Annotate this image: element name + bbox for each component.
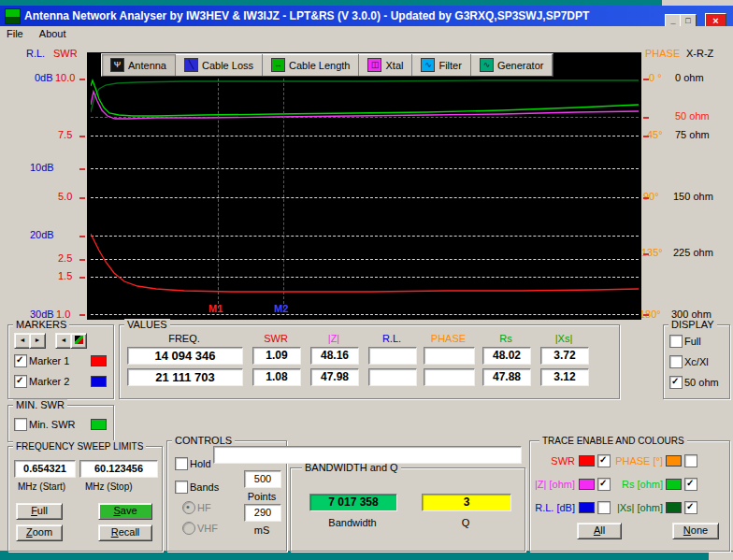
trace-phase-checkbox[interactable] [684, 454, 697, 467]
m1-rs-value[interactable]: 48.02 [482, 347, 531, 365]
axis-label: 45° [647, 129, 663, 140]
bands-checkbox[interactable] [175, 481, 188, 494]
col-header-rl: R.L. [368, 333, 415, 344]
axis-label: 135° [641, 247, 663, 258]
trace-swr-label: SWR [530, 455, 575, 467]
m1-label: M1 [208, 303, 223, 314]
zoom-button[interactable]: Zoom [16, 524, 63, 541]
menu-about[interactable]: About [33, 26, 73, 39]
display-full-label: Full [684, 336, 701, 347]
trace-rl-checkbox[interactable] [597, 501, 611, 514]
axis-tick [643, 79, 649, 80]
trace-xs-swatch[interactable] [666, 502, 682, 513]
marker-line-m1[interactable] [218, 79, 219, 309]
vhf-radio[interactable] [182, 522, 195, 535]
trace-swr-checkbox[interactable]: ✓ [597, 454, 611, 467]
display-xcxl-checkbox[interactable] [669, 355, 683, 368]
hf-radio[interactable]: • [182, 501, 195, 514]
m2-z-value[interactable]: 47.98 [310, 368, 359, 386]
stop-freq-field[interactable]: 60.123456 [79, 460, 158, 478]
tab-label: Cable Loss [202, 60, 253, 71]
save-button[interactable]: Save [98, 503, 152, 520]
m1-xs-value[interactable]: 3.72 [540, 347, 589, 365]
m2-freq-value[interactable]: 21 111 703 [127, 368, 243, 386]
full-sweep-button[interactable]: Full [16, 503, 63, 520]
desktop-strip-bottom [0, 551, 733, 560]
generator-icon: ∿ [480, 58, 494, 72]
tab-cable-loss[interactable]: ╲ Cable Loss [176, 54, 263, 76]
axis-label: 225 ohm [673, 247, 713, 258]
m1-z-value[interactable]: 48.16 [310, 347, 359, 365]
hold-checkbox[interactable] [175, 457, 188, 470]
trace-Z [91, 92, 639, 119]
display-50ohm-checkbox[interactable]: ✓ [669, 376, 683, 389]
axis-label: 150 ohm [673, 191, 713, 202]
axis-tick [79, 197, 85, 199]
ms-field[interactable]: 290 [244, 504, 281, 522]
m2-rs-value[interactable]: 47.88 [482, 368, 531, 386]
all-traces-button[interactable]: All [577, 523, 622, 539]
group-title: TRACE ENABLE AND COLOURS [539, 435, 687, 447]
marker2-label: Marker 2 [29, 376, 69, 387]
marker-next-button[interactable]: ► [29, 333, 46, 349]
marker1-checkbox[interactable]: ✓ [14, 354, 27, 367]
trace-swr-swatch[interactable] [579, 455, 595, 467]
m1-phase-value[interactable] [424, 347, 475, 365]
axis-label: 75 ohm [675, 129, 710, 140]
display-full-checkbox[interactable] [669, 335, 683, 348]
tab-generator[interactable]: ∿ Generator [471, 54, 553, 76]
min-swr-color-swatch[interactable] [91, 419, 107, 430]
rl-axis-title: R.L. [26, 48, 45, 59]
m1-freq-value[interactable]: 14 094 346 [127, 347, 243, 365]
m1-rl-value[interactable] [368, 347, 417, 365]
m1-swr-value[interactable]: 1.09 [252, 347, 301, 365]
trace-rl-swatch[interactable] [579, 502, 595, 513]
trace-xs-checkbox[interactable]: ✓ [684, 501, 697, 514]
axis-tick [79, 79, 85, 80]
trace-phase-swatch[interactable] [666, 455, 682, 467]
trace-z-swatch[interactable] [579, 479, 595, 490]
cable-length-icon: ↔ [271, 58, 285, 72]
recall-button[interactable]: Recall [98, 524, 152, 541]
m2-xs-value[interactable]: 3.12 [540, 368, 589, 386]
axis-tick [79, 168, 85, 170]
tab-label: Generator [497, 60, 544, 71]
window-title: Antenna Network Analyser by IW3HEV & IW3… [24, 9, 589, 22]
points-field[interactable]: 500 [244, 470, 281, 488]
cable-loss-icon: ╲ [184, 58, 198, 72]
plot[interactable]: M1 M2 [91, 79, 639, 315]
trace-z-checkbox[interactable]: ✓ [597, 478, 611, 491]
app-icon [5, 8, 21, 24]
menu-file[interactable]: File [0, 26, 30, 39]
tab-label: Filter [438, 60, 461, 71]
trace-phase-label: PHASE [°] [611, 455, 663, 467]
title-bar: Antenna Network Analyser by IW3HEV & IW3… [0, 6, 733, 26]
marker-line-m2[interactable] [283, 79, 284, 309]
trace-rs-swatch[interactable] [666, 479, 682, 490]
no-traces-button[interactable]: None [672, 523, 719, 539]
markers-group: MARKERS ◄ ► ◄ ✓ Marker 1 ✓ Marker 2 [7, 324, 114, 399]
tab-cable-length[interactable]: ↔ Cable Length [263, 54, 359, 76]
q-label: Q [422, 517, 510, 528]
q-value: 3 [422, 494, 511, 511]
m2-phase-value[interactable] [424, 368, 475, 386]
comment-field[interactable] [213, 446, 522, 464]
min-swr-checkbox[interactable] [14, 418, 27, 431]
m2-rl-value[interactable] [368, 368, 417, 386]
marker-goto-button[interactable] [70, 333, 87, 349]
marker2-checkbox[interactable]: ✓ [14, 375, 27, 388]
group-title: DISPLAY [668, 319, 717, 331]
trace-rs-checkbox[interactable]: ✓ [684, 478, 697, 491]
trace-Xs [91, 80, 639, 112]
m2-label: M2 [274, 303, 288, 314]
col-header-rs: Rs [482, 333, 529, 344]
tab-filter[interactable]: ∿ Filter [412, 54, 470, 76]
marker1-color-swatch[interactable] [91, 355, 107, 366]
trace-z-label: |Z| [ohm] [530, 479, 575, 490]
tab-antenna[interactable]: Ψ Antenna [102, 54, 176, 76]
marker2-color-swatch[interactable] [91, 376, 107, 387]
start-freq-field[interactable]: 0.654321 [14, 460, 76, 478]
m2-swr-value[interactable]: 1.08 [252, 368, 301, 386]
axis-label: 0 ohm [675, 72, 704, 83]
tab-xtal[interactable]: ◫ Xtal [359, 54, 412, 76]
